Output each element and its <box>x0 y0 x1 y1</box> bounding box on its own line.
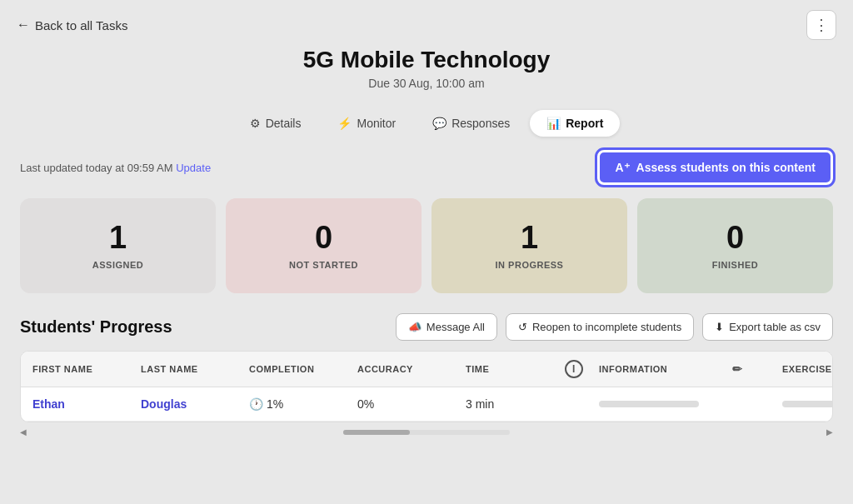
students-table: FIRST NAME LAST NAME COMPLETION ACCURACY… <box>20 351 833 422</box>
col-information: INFORMATION <box>599 360 732 378</box>
information-progress-bg <box>599 401 699 407</box>
monitor-icon: ⚡ <box>337 117 352 130</box>
exercise-progress-bg <box>782 401 833 407</box>
responses-icon: 💬 <box>432 117 446 130</box>
table-header: FIRST NAME LAST NAME COMPLETION ACCURACY… <box>21 352 832 387</box>
stat-assigned-number: 1 <box>33 222 202 253</box>
report-icon: 📊 <box>546 117 561 130</box>
back-arrow-icon: ← <box>17 17 30 32</box>
col-time: TIME <box>466 360 549 378</box>
col-last-name: LAST NAME <box>141 360 249 378</box>
action-buttons: 📣 Message All ↺ Reopen to incomplete stu… <box>396 313 833 341</box>
reopen-button[interactable]: ↺ Reopen to incomplete students <box>506 313 694 341</box>
download-icon: ⬇ <box>715 321 724 333</box>
stat-finished: 0 FINISHED <box>637 198 833 293</box>
stat-assigned-label: ASSIGNED <box>33 260 202 270</box>
export-csv-button[interactable]: ⬇ Export table as csv <box>702 313 833 341</box>
pencil-icon: ✏ <box>732 362 743 376</box>
stat-not-started: 0 NOT STARTED <box>226 198 422 293</box>
table-row: Ethan Douglas 🕐 1% 0% 3 min <box>21 387 832 422</box>
col-exercise: EXERCISE <box>782 360 833 378</box>
back-to-tasks-link[interactable]: ← Back to all Tasks <box>17 17 127 32</box>
stat-assigned: 1 ASSIGNED <box>20 198 216 293</box>
assess-icon: A⁺ <box>615 161 629 174</box>
last-updated-text: Last updated today at 09:59 AM Update <box>20 162 211 174</box>
stat-in-progress-label: IN PROGRESS <box>445 260 614 270</box>
scrollbar-row: ◀ ▶ <box>20 422 833 437</box>
stat-not-started-label: NOT STARTED <box>239 260 408 270</box>
tab-responses[interactable]: 💬 Responses <box>416 110 526 137</box>
student-first-name[interactable]: Ethan <box>32 397 141 411</box>
scroll-right-arrow[interactable]: ▶ <box>826 427 833 437</box>
students-progress-title: Students' Progress <box>20 317 172 337</box>
tab-report[interactable]: 📊 Report <box>530 110 620 137</box>
tabs-container: ⚙ Details ⚡ Monitor 💬 Responses 📊 Report <box>0 103 853 150</box>
message-all-button[interactable]: 📣 Message All <box>396 313 497 341</box>
stat-in-progress: 1 IN PROGRESS <box>431 198 627 293</box>
student-information-bar <box>599 401 732 407</box>
megaphone-icon: 📣 <box>408 321 422 333</box>
reopen-icon: ↺ <box>518 321 527 333</box>
student-time: 3 min <box>466 397 549 411</box>
stat-finished-label: FINISHED <box>651 260 820 270</box>
col-completion: COMPLETION <box>249 360 357 378</box>
tab-details[interactable]: ⚙ Details <box>233 110 318 137</box>
stat-finished-number: 0 <box>651 222 820 253</box>
scroll-thumb <box>343 430 410 435</box>
more-options-button[interactable]: ⋮ <box>806 10 836 40</box>
information-icon: i <box>565 360 583 378</box>
col-exercise-icon: ✏ <box>732 360 782 378</box>
student-accuracy: 0% <box>357 397 466 411</box>
student-last-name[interactable]: Douglas <box>141 397 249 411</box>
col-accuracy: ACCURACY <box>357 360 466 378</box>
clock-icon: 🕐 <box>249 397 263 411</box>
back-label: Back to all Tasks <box>35 18 127 32</box>
details-icon: ⚙ <box>250 117 261 130</box>
stat-in-progress-number: 1 <box>445 222 614 253</box>
scroll-left-arrow[interactable]: ◀ <box>20 427 27 437</box>
tab-monitor[interactable]: ⚡ Monitor <box>321 110 412 137</box>
stats-row: 1 ASSIGNED 0 NOT STARTED 1 IN PROGRESS 0… <box>20 198 833 293</box>
col-first-name: FIRST NAME <box>32 360 141 378</box>
stat-not-started-number: 0 <box>239 222 408 253</box>
student-exercise-bar <box>782 401 833 407</box>
more-icon: ⋮ <box>814 16 829 34</box>
update-link[interactable]: Update <box>176 162 211 174</box>
due-date: Due 30 Aug, 10:00 am <box>17 77 836 90</box>
assess-students-button[interactable]: A⁺ Assess students on this content <box>597 150 833 185</box>
horizontal-scrollbar[interactable] <box>343 430 510 435</box>
student-completion: 🕐 1% <box>249 397 357 411</box>
page-title: 5G Mobile Technology <box>17 47 836 73</box>
col-info-icon: i <box>549 360 599 378</box>
